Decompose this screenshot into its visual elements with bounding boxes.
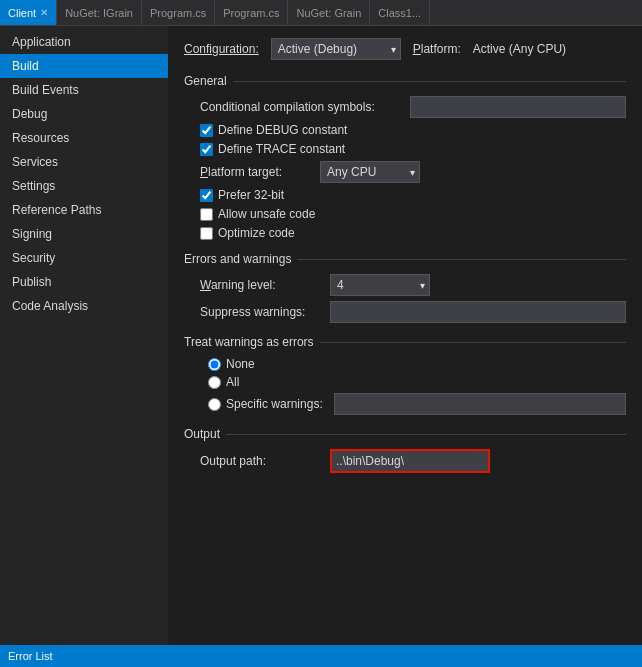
sidebar-item-publish[interactable]: Publish — [0, 270, 168, 294]
prefer-32bit-row: Prefer 32-bit — [184, 188, 626, 202]
tab-client-label: Client — [8, 7, 36, 19]
tab-nugrain-label: NuGet: IGrain — [65, 7, 133, 19]
platform-target-row: Platform target: Any CPU x86 x64 ARM — [184, 161, 626, 183]
treat-warnings-section: Treat warnings as errors None All Specif… — [184, 335, 626, 415]
sidebar-item-application[interactable]: Application — [0, 30, 168, 54]
sidebar-item-services[interactable]: Services — [0, 150, 168, 174]
tab-nugrain2[interactable]: NuGet: Grain — [288, 0, 370, 25]
warning-level-row: Warning level: 4 0 1 2 3 — [184, 274, 626, 296]
prefer-32bit-label[interactable]: Prefer 32-bit — [200, 188, 284, 202]
output-section-header: Output — [184, 427, 626, 441]
output-section: Output Output path: — [184, 427, 626, 473]
tab-bar: Client ✕ NuGet: IGrain Program.cs Progra… — [0, 0, 642, 26]
define-trace-checkbox[interactable] — [200, 143, 213, 156]
prefer-32bit-checkbox[interactable] — [200, 189, 213, 202]
specific-warnings-input[interactable] — [334, 393, 626, 415]
error-list-bar[interactable]: Error List — [0, 645, 642, 667]
optimize-label[interactable]: Optimize code — [200, 226, 295, 240]
tab-client-close[interactable]: ✕ — [40, 7, 48, 18]
radio-specific-label[interactable]: Specific warnings: — [226, 397, 323, 411]
general-section: General Conditional compilation symbols:… — [184, 74, 626, 240]
radio-none-label[interactable]: None — [226, 357, 255, 371]
sidebar-item-build[interactable]: Build — [0, 54, 168, 78]
platform-target-select-wrapper[interactable]: Any CPU x86 x64 ARM — [320, 161, 420, 183]
platform-header-value: Active (Any CPU) — [473, 42, 566, 56]
config-row: Configuration: Active (Debug) Release Pl… — [184, 38, 626, 60]
define-debug-checkbox[interactable] — [200, 124, 213, 137]
suppress-warnings-input[interactable] — [330, 301, 626, 323]
radio-all[interactable] — [208, 376, 221, 389]
sidebar-item-debug[interactable]: Debug — [0, 102, 168, 126]
warning-level-select[interactable]: 4 0 1 2 3 — [330, 274, 430, 296]
main-layout: Application Build Build Events Debug Res… — [0, 26, 642, 645]
tab-class1[interactable]: Class1... — [370, 0, 430, 25]
radio-group: None All Specific warnings: — [184, 357, 626, 415]
tab-program2[interactable]: Program.cs — [215, 0, 288, 25]
allow-unsafe-row: Allow unsafe code — [184, 207, 626, 221]
config-label: Configuration: — [184, 42, 259, 56]
tab-program1[interactable]: Program.cs — [142, 0, 215, 25]
conditional-compilation-input[interactable] — [410, 96, 626, 118]
sidebar-item-build-events[interactable]: Build Events — [0, 78, 168, 102]
sidebar-item-resources[interactable]: Resources — [0, 126, 168, 150]
tab-class1-label: Class1... — [378, 7, 421, 19]
allow-unsafe-checkbox[interactable] — [200, 208, 213, 221]
allow-unsafe-label[interactable]: Allow unsafe code — [200, 207, 315, 221]
output-path-input[interactable] — [330, 449, 490, 473]
warning-level-select-wrapper[interactable]: 4 0 1 2 3 — [330, 274, 430, 296]
config-select-wrapper[interactable]: Active (Debug) Release — [271, 38, 401, 60]
config-select[interactable]: Active (Debug) Release — [271, 38, 401, 60]
tab-nugrain[interactable]: NuGet: IGrain — [57, 0, 142, 25]
optimize-row: Optimize code — [184, 226, 626, 240]
sidebar-item-code-analysis[interactable]: Code Analysis — [0, 294, 168, 318]
conditional-compilation-label: Conditional compilation symbols: — [200, 100, 400, 114]
treat-warnings-header: Treat warnings as errors — [184, 335, 626, 349]
sidebar-item-settings[interactable]: Settings — [0, 174, 168, 198]
tab-program2-label: Program.cs — [223, 7, 279, 19]
sidebar-item-reference-paths[interactable]: Reference Paths — [0, 198, 168, 222]
radio-none[interactable] — [208, 358, 221, 371]
errors-section-header: Errors and warnings — [184, 252, 626, 266]
tab-nugrain2-label: NuGet: Grain — [296, 7, 361, 19]
general-section-header: General — [184, 74, 626, 88]
define-debug-label[interactable]: Define DEBUG constant — [200, 123, 347, 137]
suppress-warnings-row: Suppress warnings: — [184, 301, 626, 323]
sidebar-item-signing[interactable]: Signing — [0, 222, 168, 246]
platform-header-label: Platform: — [413, 42, 461, 56]
sidebar: Application Build Build Events Debug Res… — [0, 26, 168, 645]
define-debug-row: Define DEBUG constant — [184, 123, 626, 137]
radio-specific[interactable] — [208, 398, 221, 411]
output-path-row: Output path: — [184, 449, 626, 473]
radio-none-row: None — [208, 357, 626, 371]
radio-all-label[interactable]: All — [226, 375, 239, 389]
tab-client[interactable]: Client ✕ — [0, 0, 57, 25]
define-trace-row: Define TRACE constant — [184, 142, 626, 156]
output-path-label: Output path: — [200, 454, 320, 468]
sidebar-item-security[interactable]: Security — [0, 246, 168, 270]
content-area: Configuration: Active (Debug) Release Pl… — [168, 26, 642, 645]
radio-all-row: All — [208, 375, 626, 389]
platform-target-label: Platform target: — [200, 165, 310, 179]
tab-program1-label: Program.cs — [150, 7, 206, 19]
warning-level-label: Warning level: — [200, 278, 320, 292]
conditional-compilation-row: Conditional compilation symbols: — [184, 96, 626, 118]
optimize-checkbox[interactable] — [200, 227, 213, 240]
errors-section: Errors and warnings Warning level: 4 0 1… — [184, 252, 626, 323]
radio-specific-row: Specific warnings: — [208, 393, 626, 415]
suppress-warnings-label: Suppress warnings: — [200, 305, 320, 319]
platform-target-select[interactable]: Any CPU x86 x64 ARM — [320, 161, 420, 183]
define-trace-label[interactable]: Define TRACE constant — [200, 142, 345, 156]
error-list-label: Error List — [8, 650, 53, 662]
